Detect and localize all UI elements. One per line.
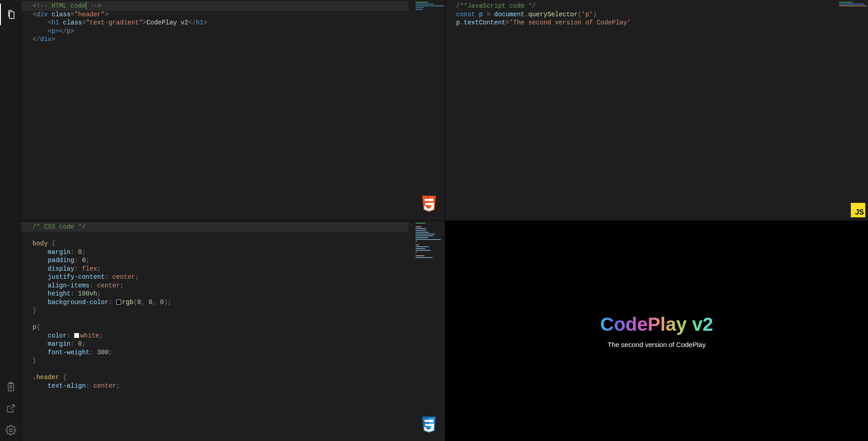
app-root: <!-- HTML code --> <div class="header"> …	[0, 0, 868, 441]
js-code[interactable]: /**JavaScript code */ const p = document…	[445, 0, 868, 29]
preview-subtitle: The second version of CodePlay	[608, 341, 706, 348]
html-code[interactable]: <!-- HTML code --> <div class="header"> …	[22, 0, 444, 46]
editor-grid: <!-- HTML code --> <div class="header"> …	[22, 0, 868, 441]
settings-gear-icon[interactable]	[0, 419, 22, 441]
css3-badge-icon	[421, 418, 437, 434]
explorer-icon[interactable]	[0, 4, 22, 25]
css-code[interactable]: /* CSS code */ body { margin: 0; padding…	[22, 221, 444, 392]
preview-pane: CodePlay v2 The second version of CodePl…	[445, 221, 868, 441]
open-external-icon[interactable]	[0, 398, 22, 419]
js-badge-icon: JS	[851, 203, 865, 217]
css-editor-pane[interactable]: /* CSS code */ body { margin: 0; padding…	[22, 221, 444, 441]
html5-badge-icon	[421, 197, 437, 213]
preview-title: CodePlay v2	[600, 314, 713, 335]
activity-bar	[0, 0, 22, 441]
clipboard-icon[interactable]	[0, 376, 22, 398]
js-editor-pane[interactable]: /**JavaScript code */ const p = document…	[445, 0, 868, 220]
preview-content: CodePlay v2 The second version of CodePl…	[445, 221, 868, 441]
html-editor-pane[interactable]: <!-- HTML code --> <div class="header"> …	[22, 0, 444, 220]
svg-point-2	[9, 429, 12, 432]
js-minimap[interactable]	[836, 0, 868, 220]
